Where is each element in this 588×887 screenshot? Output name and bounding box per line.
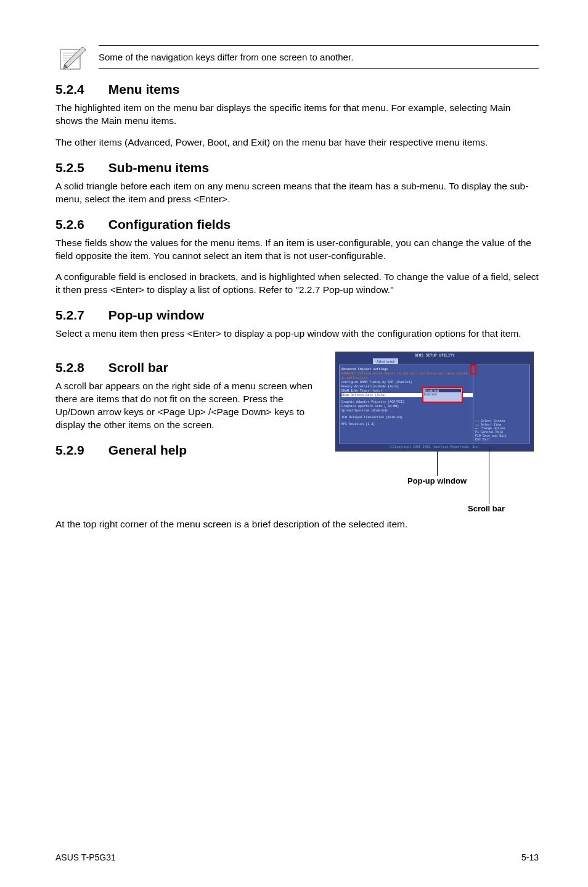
para-526-1: These fields show the values for the men… <box>55 237 539 263</box>
bios-row-label: Graphics Aperture Size <box>341 404 382 408</box>
bios-help-label: Exit <box>483 437 490 441</box>
heading-title: General help <box>108 443 187 457</box>
bios-row: Graphics Aperture Size [ 64 MB] <box>341 404 473 408</box>
note-text: Some of the navigation keys differ from … <box>99 45 539 69</box>
bios-row-label: Graphic Adapter Priority <box>341 400 386 403</box>
heading-title: Sub-menu items <box>108 160 209 175</box>
bios-row-label: Spread Spectrum <box>341 408 369 412</box>
bios-row-value: [ 64 MB] <box>384 404 399 408</box>
heading-title: Configuration fields <box>108 217 231 231</box>
callout-scroll-bar: Scroll bar <box>335 504 539 513</box>
bios-copyright: (C)Copyright 1985-2002, American Megatre… <box>336 444 533 451</box>
bios-row-value: [AGP/PCI] <box>388 400 404 403</box>
bios-row-label: Memory Acceleration Mode <box>341 384 386 388</box>
bios-heading: Advanced Chipset settings <box>341 367 473 371</box>
heading-525: 5.2.5 Sub-menu items <box>55 160 539 175</box>
para-528-2: Up/Down arrow keys or <Page Up> /<Page D… <box>55 406 329 432</box>
callout-text: Scroll bar <box>468 504 505 513</box>
bios-row-label: ICH Delayed Transaction <box>341 415 384 419</box>
para-527-1: Select a menu item then press <Enter> to… <box>55 328 539 340</box>
bios-row-value: [Auto] <box>388 384 399 388</box>
bios-row: Configure DRAM Timing by SPD [Enabled] <box>341 380 473 384</box>
bios-row-label: DRAm Refresh Rate <box>341 393 373 397</box>
page-footer: ASUS T-P5G31 5-13 <box>55 852 539 862</box>
bios-row: ICH Delayed Transaction [Enabled] <box>341 415 473 419</box>
heading-528: 5.2.8 Scroll bar <box>55 360 329 375</box>
heading-num: 5.2.7 <box>55 308 105 323</box>
heading-num: 5.2.8 <box>55 360 105 375</box>
bios-title: BIOS SETUP UTILITY <box>336 352 533 359</box>
bios-help-row: ESC Exit <box>475 437 528 441</box>
footer-left: ASUS T-P5G31 <box>55 852 116 862</box>
callout-line <box>437 452 438 476</box>
heading-num: 5.2.4 <box>55 82 105 97</box>
bios-popup-box: Disabled Enabled <box>422 387 463 403</box>
footer-right: 5-13 <box>521 852 539 862</box>
bios-row-value: [Enabled] <box>371 408 388 412</box>
bios-row-value: [Auto] <box>375 393 386 397</box>
bios-scrollbar-highlight <box>470 365 476 374</box>
bios-row-value: [Enabled] <box>386 415 402 419</box>
heading-num: 5.2.5 <box>55 160 105 175</box>
para-525-1: A solid triangle before each item on any… <box>55 180 539 206</box>
bios-row-value: [Auto] <box>371 389 382 392</box>
heading-title: Menu items <box>108 82 180 96</box>
note-text-content: Some of the navigation keys differ from … <box>99 52 353 62</box>
bios-row-label: DRAM Idle Timer <box>341 389 369 392</box>
bios-row-value: [Enabled] <box>395 380 412 384</box>
heading-num: 5.2.6 <box>55 217 105 232</box>
heading-title: Pop-up window <box>108 308 204 322</box>
popup-option: Enabled <box>424 392 461 396</box>
heading-524: 5.2.4 Menu items <box>55 82 539 97</box>
para-524-2: The other items (Advanced, Power, Boot, … <box>55 136 539 149</box>
bios-help-pane: ←→ Select Screen ↑↓ Select Item +- Chang… <box>473 367 528 441</box>
pencil-paper-icon <box>55 43 89 71</box>
para-528-1: A scroll bar appears on the right side o… <box>55 380 329 406</box>
heading-title: Scroll bar <box>108 360 168 374</box>
bios-tab: Advanced <box>373 358 398 364</box>
bios-body: Advanced Chipset settings WARNING: Setti… <box>339 365 530 444</box>
callout-line <box>489 447 489 504</box>
bios-row-value: [1.4] <box>365 422 375 426</box>
callout-popup-window: Pop-up window <box>335 476 539 485</box>
callout-text: Pop-up window <box>407 476 467 485</box>
bios-warning: WARNING: Setting wrong values in the sec… <box>341 371 473 380</box>
heading-526: 5.2.6 Configuration fields <box>55 217 539 232</box>
heading-num: 5.2.9 <box>55 443 105 458</box>
bios-row: Spread Spectrum [Enabled] <box>341 408 473 413</box>
bios-screenshot: BIOS SETUP UTILITY Advanced Advanced Chi… <box>335 352 534 452</box>
bios-row: MPS Revision [1.4] <box>341 422 473 426</box>
bios-row-label: MPS Revision <box>341 422 364 426</box>
heading-529: 5.2.9 General help <box>55 443 329 458</box>
para-529-1: At the top right corner of the menu scre… <box>55 518 539 531</box>
heading-527: 5.2.7 Pop-up window <box>55 308 539 323</box>
bios-help-key: ESC <box>475 437 481 441</box>
para-524-1: The highlighted item on the menu bar dis… <box>55 102 539 128</box>
para-526-2: A configurable field is enclosed in brac… <box>55 271 539 297</box>
bios-left-pane: Advanced Chipset settings WARNING: Setti… <box>341 367 473 441</box>
bios-row-label: Configure DRAM Timing by SPD <box>341 380 393 384</box>
note-block: Some of the navigation keys differ from … <box>55 43 539 71</box>
